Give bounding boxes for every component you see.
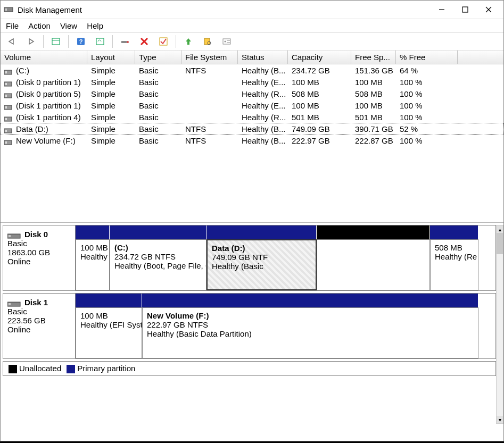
view-button[interactable]: [49, 35, 63, 48]
disk-size: 1863.00 GB: [7, 248, 50, 257]
partitions-row: 100 MBHealthy (EFI SystNew Volume (F:)22…: [76, 307, 495, 358]
legend: Unallocated Primary partition: [3, 361, 496, 376]
vertical-scrollbar[interactable]: ▴ ▾: [496, 225, 503, 424]
svg-rect-10: [96, 38, 104, 45]
action-button[interactable]: [118, 35, 132, 48]
separator: [176, 35, 176, 48]
disk-info: Disk 0 Basic 1863.00 GB Online: [3, 225, 76, 290]
volume-row[interactable]: (Disk 1 partition 1)SimpleBasicHealthy (…: [1, 99, 503, 111]
svg-point-19: [225, 41, 226, 43]
col-status[interactable]: Status: [238, 51, 288, 64]
scroll-down-icon[interactable]: ▾: [497, 416, 503, 423]
col-filesystem[interactable]: File System: [181, 51, 238, 64]
svg-rect-39: [9, 303, 11, 305]
disk-info: Disk 1 Basic 223.56 GB Online: [3, 294, 76, 358]
stripe: [76, 225, 495, 239]
volume-row[interactable]: (C:)SimpleBasicNTFSHealthy (B...234.72 G…: [1, 64, 503, 76]
scroll-up-icon[interactable]: ▴: [497, 225, 503, 233]
properties-button[interactable]: [220, 35, 234, 48]
partition-box[interactable]: (C:)234.72 GB NTFSHealthy (Boot, Page Fi…: [110, 239, 206, 290]
svg-rect-29: [5, 106, 7, 108]
stripe: [76, 294, 495, 307]
disk-label: Disk 1: [24, 298, 48, 307]
disk-status: Online: [7, 325, 30, 334]
svg-rect-25: [5, 83, 7, 85]
svg-rect-3: [462, 7, 468, 12]
maximize-button[interactable]: [453, 2, 477, 17]
col-pctfree[interactable]: % Free: [396, 51, 458, 64]
partition-box[interactable]: 100 MBHealthy (EFI Syst: [76, 307, 142, 358]
delete-button[interactable]: [137, 35, 151, 48]
volume-row[interactable]: Data (D:)SimpleBasicNTFSHealthy (B...749…: [1, 123, 503, 135]
disk-partitions: 100 MBHealthy(C:)234.72 GB NTFSHealthy (…: [76, 225, 495, 290]
legend-unallocated: Unallocated: [9, 364, 61, 373]
disk-type: Basic: [7, 307, 27, 316]
help-button[interactable]: ?: [74, 35, 88, 48]
disk-type: Basic: [7, 239, 27, 248]
col-spacer: [458, 51, 503, 64]
disk-icon: [7, 300, 22, 306]
volume-list[interactable]: (C:)SimpleBasicNTFSHealthy (B...234.72 G…: [1, 64, 503, 223]
separator: [43, 35, 44, 48]
disk-size: 223.56 GB: [7, 316, 46, 325]
disk-status: Online: [7, 257, 30, 266]
col-volume[interactable]: Volume: [1, 51, 87, 64]
svg-point-12: [127, 41, 129, 43]
partition-box[interactable]: 100 MBHealthy: [76, 239, 110, 290]
svg-rect-23: [5, 71, 7, 73]
separator: [68, 35, 69, 48]
svg-rect-33: [5, 130, 7, 132]
menubar: File Action View Help: [1, 19, 503, 32]
volume-row[interactable]: New Volume (F:)SimpleBasicNTFSHealthy (B…: [1, 135, 503, 146]
disk-label: Disk 0: [24, 230, 48, 239]
forward-button[interactable]: [24, 35, 38, 48]
disk-graphical-view: Disk 0 Basic 1863.00 GB Online 100 MBHea…: [1, 223, 503, 441]
svg-rect-18: [223, 39, 230, 44]
partition-box[interactable]: 508 MBHealthy (Re: [430, 239, 478, 290]
disk-row-1[interactable]: Disk 1 Basic 223.56 GB Online 100 MBHeal…: [3, 293, 496, 359]
legend-primary: Primary partition: [67, 364, 135, 373]
titlebar[interactable]: Disk Management: [1, 1, 503, 19]
col-freespace[interactable]: Free Sp...: [351, 51, 396, 64]
col-layout[interactable]: Layout: [87, 51, 135, 64]
app-icon: [4, 5, 13, 14]
up-button[interactable]: [181, 35, 195, 48]
volume-list-header: Volume Layout Type File System Status Ca…: [1, 51, 503, 64]
separator: [112, 35, 113, 48]
menu-help[interactable]: Help: [87, 21, 103, 30]
menu-file[interactable]: File: [6, 21, 19, 30]
svg-rect-35: [5, 141, 7, 144]
scroll-thumb[interactable]: [497, 233, 503, 254]
volume-row[interactable]: (Disk 0 partition 5)SimpleBasicHealthy (…: [1, 88, 503, 99]
partition-box[interactable]: Data (D:)749.09 GB NTFHealthy (Basic: [206, 239, 317, 290]
svg-rect-6: [52, 38, 60, 45]
col-capacity[interactable]: Capacity: [288, 51, 351, 64]
svg-rect-1: [5, 9, 7, 11]
check-button[interactable]: [156, 35, 170, 48]
toolbar: ?: [1, 32, 503, 51]
disk-management-window: Disk Management File Action View Help ? …: [0, 0, 504, 441]
volume-row[interactable]: (Disk 0 partition 1)SimpleBasicHealthy (…: [1, 76, 503, 88]
partition-box[interactable]: [317, 239, 430, 290]
window-title: Disk Management: [18, 5, 430, 14]
close-button[interactable]: [477, 2, 500, 17]
minimize-button[interactable]: [430, 2, 453, 17]
refresh-button[interactable]: [93, 35, 107, 48]
disk-partitions: 100 MBHealthy (EFI SystNew Volume (F:)22…: [76, 294, 495, 358]
volume-row[interactable]: (Disk 1 partition 4)SimpleBasicHealthy (…: [1, 111, 503, 123]
menu-action[interactable]: Action: [28, 21, 51, 30]
svg-rect-27: [5, 95, 7, 97]
menu-view[interactable]: View: [60, 21, 77, 30]
back-button[interactable]: [5, 35, 19, 48]
disk-icon: [7, 232, 22, 238]
svg-rect-31: [5, 118, 7, 120]
find-button[interactable]: [201, 35, 214, 48]
svg-rect-11: [121, 41, 127, 43]
svg-rect-37: [9, 235, 11, 237]
partition-box[interactable]: New Volume (F:)222.97 GB NTFSHealthy (Ba…: [142, 307, 478, 358]
col-type[interactable]: Type: [135, 51, 181, 64]
disk-row-0[interactable]: Disk 0 Basic 1863.00 GB Online 100 MBHea…: [3, 225, 496, 291]
partitions-row: 100 MBHealthy(C:)234.72 GB NTFSHealthy (…: [76, 239, 495, 290]
svg-text:?: ?: [79, 38, 83, 45]
